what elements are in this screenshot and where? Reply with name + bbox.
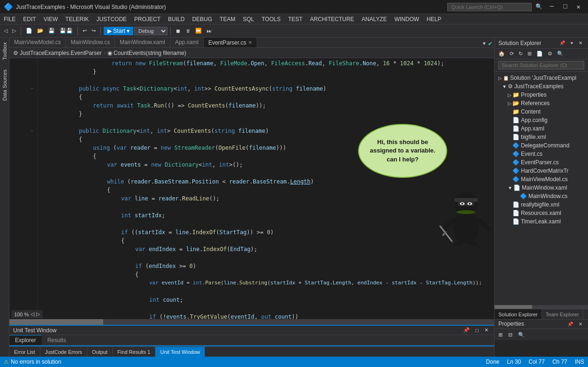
bottom-panel-close-btn[interactable]: ✕ [482, 326, 490, 334]
se-home-btn[interactable]: 🏠 [496, 50, 507, 58]
tab-eventparser[interactable]: EventParser.cs ✕ [204, 38, 257, 47]
menu-test[interactable]: TEST [284, 15, 306, 23]
toolbar-extra-btn2[interactable]: ⏸ [183, 27, 192, 35]
tree-item-appxaml[interactable]: ▷ 📄 App.xaml [495, 124, 588, 133]
properties-close-btn[interactable]: ✕ [577, 321, 584, 328]
tree-item-hardcover[interactable]: ▷ 🔷 HardCoverMatrixTr [495, 167, 588, 175]
menu-window[interactable]: WINDOW [390, 15, 423, 23]
tree-item-solution[interactable]: ▷ 📋 Solution 'JustTraceExampl [495, 74, 588, 82]
menu-telerik[interactable]: TELERIK [61, 15, 92, 23]
se-pin-btn[interactable]: 📌 [557, 39, 567, 46]
tree-item-appconfig[interactable]: ▷ 📄 App.config [495, 116, 588, 124]
footer-tab-error-list[interactable]: Error List [9, 347, 40, 357]
maximize-button[interactable]: □ [559, 3, 571, 11]
tab-mainviewmodel[interactable]: MainViewModel.cs [9, 38, 66, 47]
tree-item-eventparsercs[interactable]: ▷ 🔷 EventParser.cs [495, 158, 588, 167]
se-sync-btn[interactable]: ⟳ [508, 50, 516, 58]
redo-button[interactable]: ↪ [90, 27, 98, 35]
code-text-area[interactable]: return new FileStream(filename, FileMode… [38, 58, 494, 319]
footer-tab-unit-test[interactable]: Unit Test Window [155, 347, 205, 357]
tab-app-xaml[interactable]: App.xaml [170, 38, 204, 47]
menu-architecture[interactable]: ARCHITECTURE [306, 15, 358, 23]
menu-team[interactable]: TEAM [216, 15, 239, 23]
menu-help[interactable]: HELP [423, 15, 445, 23]
menu-view[interactable]: VIEW [40, 15, 62, 23]
footer-tab-find-results[interactable]: Find Results 1 [113, 347, 155, 357]
menu-debug[interactable]: DEBUG [188, 15, 216, 23]
menu-tools[interactable]: TOOLS [258, 15, 284, 23]
toolbox-label-text[interactable]: Toolbox [0, 38, 9, 65]
menu-file[interactable]: FILE [0, 15, 19, 23]
tree-item-content[interactable]: ▷ 📁 Content [495, 107, 588, 116]
start-button[interactable]: ▶ Start ▾ [104, 27, 133, 35]
se-filter-btn[interactable]: ⚙ [546, 50, 554, 58]
open-button[interactable]: 📂 [35, 27, 46, 35]
properties-categorized-btn[interactable]: ⊞ [496, 331, 504, 339]
se-h-scrollbar[interactable] [495, 305, 588, 309]
tree-item-delegatecommand[interactable]: ▷ 🔷 DelegateCommand [495, 141, 588, 150]
breadcrumb-method[interactable]: ◉ CountEvents(string filename) [107, 50, 186, 56]
menu-sql[interactable]: SQL [239, 15, 258, 23]
properties-pin-btn[interactable]: 📌 [565, 321, 575, 328]
menu-build[interactable]: BUILD [164, 15, 188, 23]
tree-item-properties[interactable]: ▷ 📁 Properties [495, 91, 588, 99]
bottom-panel-pin-btn[interactable]: 📌 [461, 326, 472, 334]
forward-button[interactable]: ▷ [10, 27, 18, 35]
tree-item-mainwindowxaml[interactable]: ▼ 📄 MainWindow.xaml [495, 184, 588, 192]
code-editor[interactable]: − − [9, 58, 494, 325]
zoom-increase-btn[interactable]: ▷ [36, 311, 40, 317]
se-tab-solution-explorer[interactable]: Solution Explorer [495, 309, 542, 319]
menu-project[interactable]: PROJECT [130, 15, 164, 23]
se-search-btn[interactable]: 🔍 [555, 50, 565, 58]
se-arrow-btn[interactable]: ▾ [569, 39, 575, 46]
tree-item-reallybigfile[interactable]: ▷ 📄 reallybigfile.xml [495, 200, 588, 209]
toolbar-extra-btn3[interactable]: ⏩ [193, 27, 204, 35]
quick-launch-input[interactable] [447, 3, 532, 11]
zoom-decrease-btn[interactable]: ◁ [31, 311, 34, 317]
tree-item-project[interactable]: ▼ ⚙ JustTraceExamples [495, 82, 588, 91]
breadcrumb-class[interactable]: ⚙ JustTraceExamples.EventParser [13, 50, 102, 56]
h-scrollbar[interactable] [9, 319, 494, 325]
config-select[interactable]: Debug Release [134, 27, 168, 35]
toolbar-extra-btn4[interactable]: ⏭ [205, 27, 214, 35]
se-close-btn[interactable]: ✕ [577, 39, 584, 46]
h-scroll-thumb[interactable] [9, 319, 103, 325]
save-button[interactable]: 💾 [46, 27, 57, 35]
se-show-files-btn[interactable]: 📄 [535, 50, 545, 58]
se-refresh-btn[interactable]: ↻ [517, 50, 525, 58]
tab-mainwindow-cs[interactable]: MainWindow.cs [66, 38, 115, 47]
footer-tab-output[interactable]: Output [87, 347, 113, 357]
tree-item-mainwindowcs[interactable]: ▷ 🔷 MainWindow.cs [495, 192, 588, 200]
back-button[interactable]: ◁ [2, 27, 9, 35]
tab-explorer[interactable]: Explorer [9, 335, 42, 345]
tab-mainwindow-xaml[interactable]: MainWindow.xaml [115, 38, 170, 47]
code-line-4: public async Task<Dictionary<int, int>> … [41, 84, 490, 93]
properties-browse-btn[interactable]: 🔍 [516, 331, 527, 339]
footer-tab-justcode[interactable]: JustCode Errors [40, 347, 87, 357]
tree-item-bigfile[interactable]: ▷ 📄 bigfile.xml [495, 133, 588, 141]
menu-edit[interactable]: EDIT [19, 15, 39, 23]
tab-close-icon[interactable]: ✕ [248, 40, 252, 45]
save-all-button[interactable]: 💾💾 [58, 27, 75, 35]
tree-item-references[interactable]: ▷ 📂 References [495, 99, 588, 107]
tree-item-mainviewmodel[interactable]: ▷ 🔷 MainViewModel.cs [495, 175, 588, 184]
new-button[interactable]: 📄 [24, 27, 34, 35]
properties-alphabetical-btn[interactable]: ⊟ [506, 331, 514, 339]
tab-list-button[interactable]: ▾ [481, 39, 488, 47]
toolbar-extra-btn[interactable]: ⏹ [174, 27, 183, 35]
tree-item-eventcs[interactable]: ▷ 🔷 Event.cs [495, 150, 588, 158]
se-scroll-thumb[interactable] [495, 305, 532, 309]
bottom-panel-maximize-btn[interactable]: □ [473, 326, 481, 334]
data-sources-label-text[interactable]: Data Sources [0, 65, 9, 106]
menu-analyze[interactable]: ANALYZE [358, 15, 391, 23]
minimize-button[interactable]: ─ [546, 3, 557, 11]
se-collapse-btn[interactable]: ⊞ [526, 50, 534, 58]
se-tab-team-explorer[interactable]: Team Explorer [542, 309, 583, 319]
close-button[interactable]: ✕ [573, 3, 584, 11]
tab-results[interactable]: Results [42, 335, 72, 345]
tree-item-resources[interactable]: ▷ 📄 Resources.xaml [495, 209, 588, 217]
se-search-input[interactable] [498, 61, 584, 69]
tree-item-timerleak[interactable]: ▷ 📄 TimerLeak.xaml [495, 217, 588, 226]
undo-button[interactable]: ↩ [81, 27, 89, 35]
menu-justcode[interactable]: JUSTCODE [92, 15, 130, 23]
